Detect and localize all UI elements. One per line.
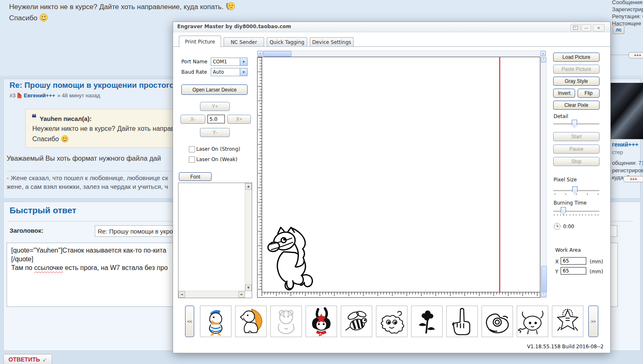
- canvas-hscrollbar[interactable]: ‹ ›: [257, 51, 546, 56]
- signature-line1: - Жене сказал, что пошел к любовнице, лю…: [7, 174, 168, 182]
- tab-print-picture[interactable]: Print Picture: [179, 36, 221, 47]
- scroll-left-icon[interactable]: ◄: [178, 291, 185, 298]
- minimize-icon: —: [584, 26, 588, 30]
- scroll-right-icon[interactable]: ›: [540, 51, 546, 56]
- thumbnail-rose[interactable]: [411, 306, 443, 337]
- hscroll-thumb[interactable]: [263, 51, 291, 57]
- start-button[interactable]: Start: [553, 132, 600, 141]
- paste-picture-button[interactable]: Paste Picture: [553, 65, 600, 74]
- scroll-down-icon[interactable]: ▼: [245, 284, 252, 291]
- post-author-link[interactable]: Евгений+++: [24, 92, 55, 99]
- engraving-canvas[interactable]: [257, 57, 540, 298]
- pause-button[interactable]: Pause: [553, 145, 600, 154]
- port-name-select[interactable]: COM1 ▾: [211, 58, 248, 66]
- jog-x-minus-button[interactable]: X-: [181, 115, 205, 124]
- reputation-bar: [608, 55, 629, 55]
- pixel-size-ticks: [555, 193, 599, 195]
- thumbnails-next-button[interactable]: >>: [588, 306, 598, 337]
- listbox-vscrollbar[interactable]: ▲ ▼: [245, 183, 252, 291]
- reply-arrow-icon: ↙: [43, 357, 47, 363]
- jog-step-input[interactable]: [207, 115, 225, 123]
- scroll-left-icon[interactable]: ‹: [258, 51, 263, 56]
- sidebar-author-name[interactable]: гений+++: [612, 141, 638, 148]
- invert-button[interactable]: Invert: [553, 89, 575, 98]
- quote-icon: ❝: [31, 113, 36, 123]
- phone-smiley-icon: [226, 2, 236, 13]
- engraver-master-window: Engraver Master by diy8000.taobao.com — …: [173, 22, 611, 353]
- thumbnail-bee[interactable]: [341, 306, 372, 337]
- elapsed-time: 0:00: [563, 224, 574, 229]
- reputation-plus-button[interactable]: +++: [629, 52, 643, 58]
- scroll-up-icon[interactable]: ▲: [245, 183, 252, 190]
- quote-header: ❝ Yauhen писал(а):: [31, 113, 92, 123]
- font-button[interactable]: Font: [179, 172, 212, 181]
- work-area-y-input[interactable]: [561, 267, 586, 275]
- vscroll-thumb[interactable]: [541, 266, 547, 292]
- subject-label: Заголовок:: [10, 227, 43, 234]
- pony-drawing: [267, 225, 316, 292]
- scroll-right-icon[interactable]: ►: [238, 291, 245, 298]
- detail-slider-thumb[interactable]: [572, 120, 577, 128]
- grin-smiley-icon: [61, 135, 69, 145]
- burning-time-slider[interactable]: [553, 211, 600, 212]
- jog-x-plus-button[interactable]: X+: [227, 115, 251, 124]
- baud-rate-select[interactable]: Auto ▾: [211, 68, 248, 76]
- laser-weak-checkbox[interactable]: [189, 157, 195, 163]
- laser-strong-label: Laser On (Strong): [196, 146, 240, 152]
- jog-y-minus-button[interactable]: Y-: [200, 128, 230, 137]
- thumbnail-bull[interactable]: [517, 306, 548, 337]
- private-message-button[interactable]: лс: [613, 26, 624, 34]
- flip-button[interactable]: Flip: [578, 89, 600, 98]
- thumbnail-pointing-hand[interactable]: [482, 306, 513, 337]
- post-doc-icon[interactable]: [17, 93, 22, 98]
- chevron-down-icon[interactable]: ▾: [240, 68, 247, 76]
- quick-reply-heading: Быстрый ответ: [10, 205, 76, 215]
- laser-strong-checkbox[interactable]: [189, 146, 195, 152]
- clock-icon: [554, 223, 561, 231]
- top-post-line2: Спасибо: [9, 13, 48, 24]
- chevron-down-icon[interactable]: ▾: [240, 58, 247, 65]
- thumbnail-star-emblem[interactable]: [552, 306, 583, 337]
- open-laser-device-button[interactable]: Open Larser Device: [181, 84, 248, 95]
- scroll-down-icon[interactable]: ˅: [541, 292, 546, 297]
- grin-smiley-icon: [39, 13, 48, 24]
- top-post-line1: Неужели никто не в курсе? Дайте хоть нап…: [9, 2, 236, 13]
- tab-quick-tagging[interactable]: Quick Tagging: [267, 37, 307, 47]
- thumbnail-middle-finger[interactable]: [446, 306, 478, 337]
- horizontal-ruler: [262, 292, 540, 297]
- close-icon: ✕: [597, 26, 600, 30]
- work-area-label: Work Area: [555, 247, 581, 253]
- load-picture-button[interactable]: Load Picture: [553, 53, 600, 62]
- work-area-y-label: Y: [555, 269, 558, 275]
- work-area-x-label: X: [555, 259, 559, 265]
- stop-button[interactable]: Stop: [553, 157, 600, 166]
- jog-y-plus-button[interactable]: Y+: [200, 102, 230, 111]
- listbox-hscrollbar[interactable]: ◄ ►: [178, 291, 245, 298]
- thumbnail-teddy-bear[interactable]: [270, 306, 302, 337]
- post-number: #3: [10, 92, 15, 99]
- text-listbox[interactable]: ▲ ▼ ◄ ►: [178, 183, 252, 298]
- post-body: Уважаемый Вы хоть формат нужного файла д…: [7, 154, 161, 162]
- reply-submit-button[interactable]: ОТВЕТИТЬ ↙: [3, 354, 52, 364]
- scroll-up-icon[interactable]: ˄: [541, 57, 546, 63]
- reputation-plus-button[interactable]: +++: [623, 176, 643, 182]
- window-menu-button[interactable]: [571, 24, 580, 31]
- work-area-x-input[interactable]: [561, 257, 586, 265]
- close-button[interactable]: ✕: [593, 24, 604, 31]
- thumbnail-sheep[interactable]: [376, 306, 407, 337]
- clear-pixel-button[interactable]: Clear Pixle: [553, 101, 600, 110]
- canvas-vscrollbar[interactable]: ˄ ˅: [541, 57, 547, 298]
- thumbnail-rabbit-girl[interactable]: [306, 306, 337, 337]
- thumbnail-pony[interactable]: [235, 306, 267, 337]
- tab-device-settings[interactable]: Device Settings: [310, 37, 354, 47]
- tab-nc-sender[interactable]: NC Sender: [224, 37, 264, 47]
- window-titlebar[interactable]: Engraver Master by diy8000.taobao.com — …: [173, 22, 610, 32]
- burning-time-label: Burning Time: [554, 200, 587, 206]
- gray-style-button[interactable]: Gray Style: [553, 77, 600, 86]
- thumbnails-prev-button[interactable]: <<: [185, 306, 194, 337]
- minimize-button[interactable]: —: [581, 24, 591, 31]
- window-menu-icon: [573, 26, 578, 30]
- post-title[interactable]: Re: Прошу помощи в укрощении простого к: [10, 81, 180, 90]
- thumbnail-duck[interactable]: [200, 306, 231, 337]
- port-name-label: Port Name: [181, 59, 207, 65]
